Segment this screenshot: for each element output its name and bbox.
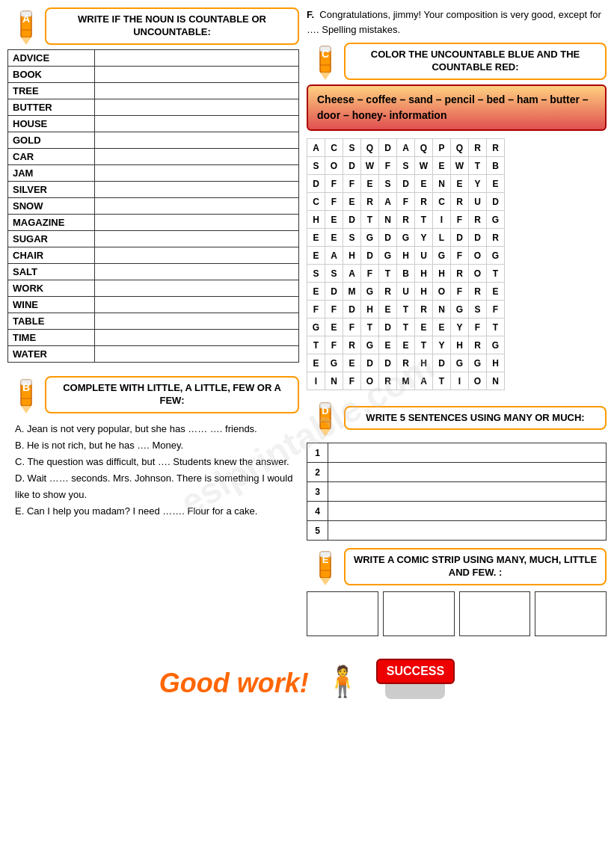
wordsearch-cell: G — [307, 318, 325, 336]
sentence-input[interactable] — [328, 502, 607, 521]
wordsearch-cell: T — [487, 318, 505, 336]
wordsearch-cell: O — [469, 372, 487, 390]
table-row: MAGAZINE — [8, 215, 299, 231]
wordsearch-cell: A — [415, 372, 433, 390]
noun-answer[interactable] — [94, 99, 298, 116]
table-row: CHAIR — [8, 247, 299, 264]
wordsearch-cell: D — [487, 193, 505, 211]
wordsearch-cell: D — [361, 247, 379, 265]
noun-answer[interactable] — [94, 165, 298, 182]
wordsearch-cell: O — [361, 372, 379, 390]
noun-label: SUGAR — [8, 231, 95, 247]
section-d-title: WRITE 5 SENTENCES USING MANY OR MUCH: — [344, 406, 607, 431]
noun-answer[interactable] — [94, 264, 298, 280]
wordsearch-cell: G — [325, 354, 343, 372]
section-f: F. Congratulations, jimmy! Your composit… — [307, 7, 607, 37]
wordsearch-cell: R — [379, 283, 397, 301]
noun-answer[interactable] — [94, 182, 298, 198]
noun-label: SALT — [8, 264, 95, 280]
wordsearch-cell: F — [451, 247, 469, 265]
wordsearch-cell: F — [325, 175, 343, 193]
wordsearch-cell: F — [451, 211, 469, 229]
table-row: DFFESDENEYE — [307, 175, 505, 193]
wordsearch-cell: S — [397, 157, 415, 175]
noun-answer[interactable] — [94, 313, 298, 330]
wordsearch-cell: M — [397, 372, 415, 390]
comic-strip-area — [307, 591, 607, 636]
svg-marker-6 — [21, 406, 31, 413]
wordsearch-cell: D — [343, 211, 361, 229]
wordsearch-cell: H — [451, 336, 469, 354]
section-d-header: D WRITE 5 SENTENCES USING MANY OR MUCH: — [307, 399, 607, 437]
many-much-table: 12345 — [307, 443, 607, 541]
table-row: 1 — [307, 443, 607, 463]
noun-answer[interactable] — [94, 215, 298, 231]
sentence-input[interactable] — [328, 521, 607, 541]
sentence-input[interactable] — [328, 463, 607, 482]
table-row: ACSQDAQPQRR — [307, 139, 505, 157]
wordsearch-cell: F — [325, 193, 343, 211]
table-row: TFRGEETYHRG — [307, 336, 505, 354]
wordsearch-cell: O — [325, 157, 343, 175]
wordsearch-cell: E — [415, 318, 433, 336]
noun-answer[interactable] — [94, 231, 298, 247]
noun-label: GOLD — [8, 132, 95, 149]
noun-answer[interactable] — [94, 297, 298, 313]
wordsearch-cell: R — [451, 265, 469, 283]
table-row: BUTTER — [8, 99, 299, 116]
wordsearch-cell: S — [325, 265, 343, 283]
bottom-area: Good work! 🧍 SUCCESS — [0, 659, 614, 714]
wordsearch-cell: G — [487, 247, 505, 265]
noun-answer[interactable] — [94, 132, 298, 149]
wordsearch-cell: N — [433, 301, 451, 318]
wordsearch-cell: F — [379, 157, 397, 175]
wordsearch-cell: S — [379, 175, 397, 193]
wordsearch-cell: D — [379, 229, 397, 247]
wordsearch-cell: T — [487, 265, 505, 283]
noun-label: SNOW — [8, 198, 95, 215]
wordsearch-cell: I — [433, 211, 451, 229]
wordsearch-cell: A — [343, 265, 361, 283]
svg-marker-21 — [320, 578, 331, 585]
noun-answer[interactable] — [94, 198, 298, 215]
wordsearch-cell: S — [307, 265, 325, 283]
section-c-title: COLOR THE UNCOUNTABLE BLUE AND THE COUNT… — [344, 43, 607, 80]
wordsearch-cell: W — [415, 157, 433, 175]
table-row: 2 — [307, 463, 607, 482]
wordsearch-cell: R — [415, 301, 433, 318]
section-c-header: C COLOR THE UNCOUNTABLE BLUE AND THE COU… — [307, 43, 607, 80]
table-row: TABLE — [8, 313, 299, 330]
noun-answer[interactable] — [94, 67, 298, 83]
section-b-title: COMPLETE WITH LITTLE, A LITTLE, FEW OR A… — [45, 376, 299, 413]
wordsearch-cell: R — [415, 193, 433, 211]
pencil-a-icon: A — [7, 7, 45, 45]
wordsearch-cell: F — [343, 175, 361, 193]
noun-label: MAGAZINE — [8, 215, 95, 231]
list-item: D. Wait …… seconds. Mrs. Johnson. There … — [15, 470, 299, 503]
noun-answer[interactable] — [94, 149, 298, 165]
noun-label: WATER — [8, 346, 95, 363]
noun-answer[interactable] — [94, 330, 298, 346]
noun-answer[interactable] — [94, 50, 298, 67]
wordsearch-cell: G — [469, 354, 487, 372]
noun-answer[interactable] — [94, 247, 298, 264]
wordsearch-cell: H — [415, 265, 433, 283]
wordsearch-cell: Y — [451, 318, 469, 336]
sentence-input[interactable] — [328, 443, 607, 463]
wordsearch-cell: O — [469, 265, 487, 283]
wordsearch-cell: B — [487, 157, 505, 175]
wordsearch-cell: N — [379, 211, 397, 229]
table-row: HEDTNRTIFRG — [307, 211, 505, 229]
sentence-input[interactable] — [328, 482, 607, 502]
noun-answer[interactable] — [94, 83, 298, 99]
wordsearch-cell: T — [361, 318, 379, 336]
wordsearch-cell: H — [415, 283, 433, 301]
noun-answer[interactable] — [94, 346, 298, 363]
noun-answer[interactable] — [94, 116, 298, 132]
svg-text:C: C — [322, 48, 329, 60]
wordsearch-cell: N — [433, 175, 451, 193]
noun-answer[interactable] — [94, 280, 298, 297]
wordsearch-cell: M — [343, 283, 361, 301]
pencil-c-icon: C — [307, 43, 344, 80]
wordsearch-cell: E — [307, 283, 325, 301]
